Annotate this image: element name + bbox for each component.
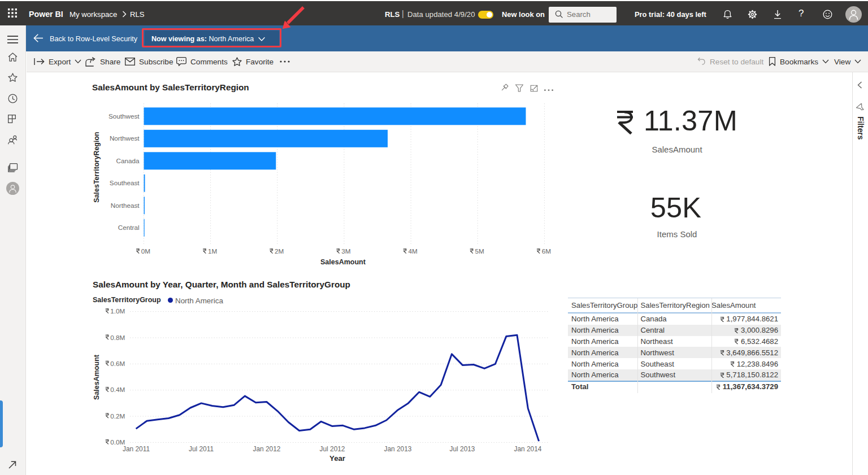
svg-text:0.6M: 0.6M [110, 360, 125, 367]
svg-text:SalesAmount: SalesAmount [320, 258, 366, 266]
svg-text:2M: 2M [275, 247, 284, 255]
svg-text:SalesTerritoryRegion: SalesTerritoryRegion [93, 132, 101, 203]
svg-text:3M: 3M [341, 247, 350, 255]
svg-text:0.8M: 0.8M [110, 334, 125, 341]
svg-text:Jul 2012: Jul 2012 [320, 445, 345, 453]
svg-text:0.4M: 0.4M [110, 386, 125, 393]
svg-text:0M: 0M [141, 247, 150, 255]
svg-text:Year: Year [329, 454, 345, 463]
svg-text:4M: 4M [408, 247, 417, 255]
svg-text:Southeast: Southeast [110, 179, 140, 186]
svg-text:Northwest: Northwest [110, 134, 140, 142]
svg-text:1.0M: 1.0M [110, 307, 125, 315]
svg-text:Jan 2013: Jan 2013 [384, 445, 412, 453]
svg-text:SalesAmount: SalesAmount [93, 354, 101, 400]
svg-text:Jan 2014: Jan 2014 [514, 445, 542, 453]
svg-text:Northeast: Northeast [111, 202, 140, 209]
svg-text:Jan 2012: Jan 2012 [253, 445, 281, 453]
svg-text:0.2M: 0.2M [110, 412, 125, 420]
svg-text:6M: 6M [542, 247, 551, 255]
svg-text:Jul 2013: Jul 2013 [450, 445, 475, 453]
svg-text:0.0M: 0.0M [110, 438, 125, 446]
svg-text:Central: Central [118, 224, 140, 231]
svg-text:Southwest: Southwest [108, 112, 140, 120]
svg-text:Jan 2011: Jan 2011 [123, 445, 150, 453]
svg-text:Canada: Canada [116, 157, 140, 164]
svg-text:Jul 2011: Jul 2011 [189, 445, 214, 453]
svg-text:5M: 5M [475, 247, 484, 255]
svg-text:1M: 1M [208, 247, 217, 255]
